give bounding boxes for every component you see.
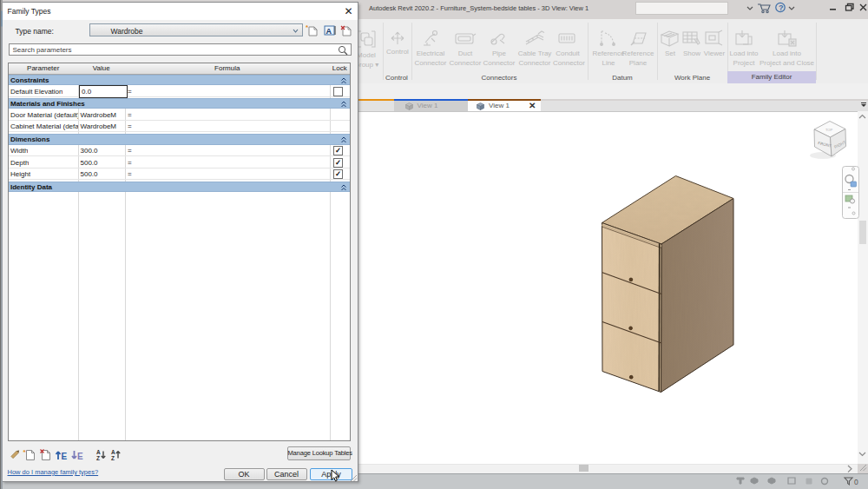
svg-text:E: E [61, 452, 67, 461]
svg-text:TOP: TOP [825, 128, 832, 132]
svg-text:0: 0 [854, 478, 858, 486]
svg-text:*: * [306, 23, 309, 31]
svg-text:A: A [326, 26, 332, 35]
svg-text:*: * [23, 447, 26, 455]
svg-text:?: ? [779, 3, 784, 12]
svg-text:Z: Z [96, 454, 100, 460]
svg-text:E: E [77, 452, 83, 461]
svg-text:Z: Z [111, 454, 115, 460]
